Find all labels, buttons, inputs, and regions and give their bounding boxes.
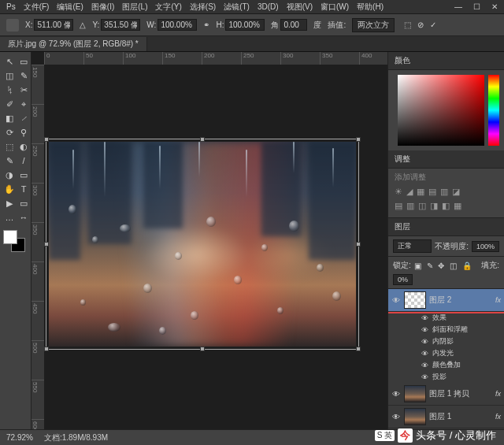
adj-icon[interactable]: ◫ [418,201,426,211]
docsize-readout[interactable]: 文档:1.89M/8.93M [44,432,108,443]
layer-row[interactable]: 👁 图层 2 fx [388,289,504,312]
hand-tool[interactable]: ▶ [3,197,16,210]
pen-tool[interactable]: ◑ [3,169,16,181]
layer-thumbnail[interactable] [404,408,426,425]
cancel-icon[interactable]: ⊘ [417,20,424,29]
x-input[interactable] [34,19,73,31]
edit-toolbar[interactable]: … [3,211,16,224]
shape-tool[interactable]: T [17,183,30,195]
artboard-tool[interactable]: ◫ [3,69,16,82]
eraser-tool[interactable]: ⬚ [3,140,16,153]
menu-item[interactable]: 图层(L) [122,2,147,13]
visibility-icon[interactable]: 👁 [391,390,401,399]
close-icon[interactable]: ✕ [491,2,498,11]
adjust-panel-tab[interactable]: 调整 [388,150,504,169]
layer-effect[interactable]: 👁投影 [388,371,504,383]
h-input[interactable] [225,19,265,31]
color-panel-tab[interactable]: 颜色 [388,52,504,70]
adj-icon[interactable]: ◨ [430,201,438,211]
warp-icon[interactable]: ⬚ [404,20,411,29]
adj-icon[interactable]: ▤ [395,201,402,211]
adj-icon[interactable]: ◧ [442,201,450,211]
zoom-readout[interactable]: 72.92% [6,433,33,442]
menu-item[interactable]: 3D(D) [258,2,279,11]
fg-color[interactable] [3,230,17,244]
layer-row[interactable]: 👁 图层 1 fx [388,406,504,428]
interp-dropdown[interactable]: 两次立方 [352,18,395,32]
visibility-icon[interactable]: 👁 [391,296,401,305]
opacity-input[interactable]: 100% [472,241,499,252]
adj-icon[interactable]: ◪ [452,187,460,197]
dodge-tool[interactable]: / [17,154,30,167]
w-input[interactable] [158,19,197,31]
adj-icon[interactable]: ☀ [395,187,402,197]
layer-name[interactable]: 图层 2 [429,295,492,306]
document-tab[interactable]: 原片.jpg @ 72.9% (图层 2, RGB/8#) * [0,37,147,51]
layer-effect[interactable]: 👁效果 [388,312,504,324]
adj-icon[interactable]: ▦ [454,201,461,211]
menu-item[interactable]: 图像(I) [91,2,114,13]
canvas[interactable] [49,142,356,347]
y-label: Y: [92,20,99,29]
adj-icon[interactable]: ▤ [428,187,436,197]
crop-tool[interactable]: ✂ [17,83,30,96]
move-tool[interactable]: ↖ [3,55,16,68]
lock-icons[interactable]: ▣ ✎ ✥ ◫ 🔒 [414,261,473,270]
path-tool[interactable]: ✋ [3,183,16,195]
type-tool[interactable]: ▭ [17,169,30,181]
marquee-tool[interactable]: ▭ [17,55,30,68]
adj-icon[interactable]: ▦ [417,187,424,197]
menu-item[interactable]: 视图(V) [287,2,313,13]
blend-mode-dropdown[interactable]: 正常 [393,239,432,253]
menu-item[interactable]: 编辑(E) [57,2,83,13]
layer-effect[interactable]: 👁颜色叠加 [388,359,504,371]
zoom-tool[interactable]: ▭ [17,197,30,210]
menu-item[interactable]: 文件(F) [24,2,50,13]
layer-effect[interactable]: 👁斜面和浮雕 [388,324,504,336]
link-xy-icon[interactable]: △ [80,20,86,29]
blur-tool[interactable]: ✎ [3,154,16,167]
heal-tool[interactable]: ◧ [3,112,16,124]
adj-icon[interactable]: ▥ [440,187,448,197]
color-picker[interactable] [398,75,484,146]
stamp-tool[interactable]: ⟳ [3,126,16,139]
menu-item[interactable]: 文字(Y) [155,2,181,13]
menu-item[interactable]: 帮助(H) [357,2,384,13]
lasso-tool[interactable]: ✎ [17,69,30,82]
angle-input[interactable] [280,19,307,31]
link-wh-icon[interactable]: ⚭ [203,20,209,29]
wand-tool[interactable]: ᛪ [3,83,16,96]
layer-name[interactable]: 图层 1 [429,411,492,422]
fill-input[interactable]: 0% [393,274,413,285]
menu-item[interactable]: 窗口(W) [321,2,349,13]
fx-badge[interactable]: fx [495,296,501,304]
frame-tool[interactable]: ✐ [3,98,16,110]
canvas-area[interactable]: 0501001502002503003504004505005506006507… [32,52,387,429]
eyedropper-tool[interactable]: ⌖ [17,98,30,110]
color-panel [388,70,504,150]
fx-badge[interactable]: fx [495,390,501,398]
color-swatch[interactable] [3,230,25,252]
layer-effect[interactable]: 👁内阴影 [388,336,504,347]
visibility-icon[interactable]: 👁 [391,413,401,421]
layer-name[interactable]: 图层 1 拷贝 [429,388,492,399]
commit-icon[interactable]: ✓ [430,20,436,29]
menu-item[interactable]: 滤镜(T) [224,2,250,13]
layer-row[interactable]: 👁 图层 1 拷贝 fx [388,383,504,406]
history-brush-tool[interactable]: ⚲ [17,126,30,139]
switch-colors-icon[interactable]: ↔ [17,211,30,224]
y-input[interactable] [101,19,140,31]
layer-effect[interactable]: 👁内发光 [388,347,504,359]
maximize-icon[interactable]: ☐ [473,2,480,11]
menu-item[interactable]: 选择(S) [190,2,216,13]
gradient-tool[interactable]: ◐ [17,140,30,153]
adj-icon[interactable]: ▥ [406,201,414,211]
fx-badge[interactable]: fx [495,413,501,421]
minimize-icon[interactable]: — [454,2,462,11]
hue-slider[interactable] [488,75,499,146]
brush-tool[interactable]: ⟋ [17,112,30,124]
layer-thumbnail[interactable] [404,291,426,309]
layers-tab[interactable]: 图层 [388,218,504,236]
adj-icon[interactable]: ◢ [406,187,413,197]
layer-thumbnail[interactable] [404,385,426,402]
